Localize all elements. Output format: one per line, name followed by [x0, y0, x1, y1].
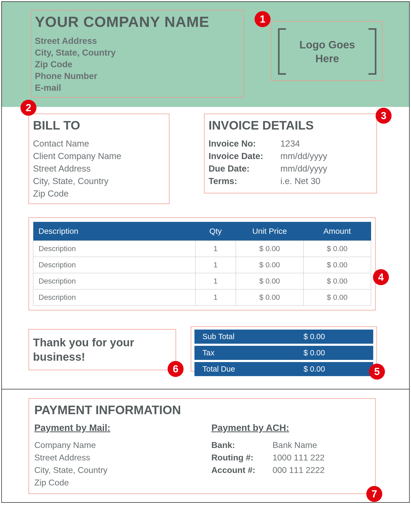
- thank-you-text: Thank you for your business!: [33, 335, 172, 364]
- pay-row: Routing #:1000 111 222: [211, 451, 370, 464]
- detail-row: Invoice Date:mm/dd/yyyy: [209, 150, 372, 162]
- bill-to-street: Street Address: [33, 162, 165, 175]
- table-row: Description1$ 0.00$ 0.00: [33, 257, 371, 273]
- pay-row: Bank:Bank Name: [211, 439, 370, 451]
- left-bracket-icon: [278, 28, 286, 75]
- detail-row: Terms:i.e. Net 30: [209, 175, 372, 187]
- line-items-block: Description Qty Unit Price Amount Descri…: [28, 217, 376, 310]
- tax-row: Tax$ 0.00: [194, 346, 373, 360]
- table-row: Description1$ 0.00$ 0.00: [33, 289, 371, 306]
- company-name: YOUR COMPANY NAME: [35, 13, 238, 30]
- bill-to-city: City, State, Country: [33, 175, 165, 187]
- totals-block: Sub Total$ 0.00 Tax$ 0.00 Total Due$ 0.0…: [191, 326, 377, 372]
- payment-mail-city: City, State, Country: [34, 464, 193, 476]
- bill-to-client: Client Company Name: [33, 150, 165, 162]
- table-row: Description1$ 0.00$ 0.00: [33, 241, 371, 257]
- payment-ach-title: Payment by ACH:: [211, 422, 370, 433]
- invoice-details-block: INVOICE DETAILS Invoice No:1234 Invoice …: [204, 114, 377, 193]
- bill-to-zip: Zip Code: [33, 187, 165, 200]
- bill-to-title: BILL TO: [33, 118, 165, 132]
- annotation-badge-2: 2: [20, 100, 36, 116]
- logo-placeholder-block: Logo Goes Here: [271, 21, 383, 81]
- payment-mail-company: Company Name: [34, 439, 193, 451]
- header-banner: YOUR COMPANY NAME Street Address City, S…: [2, 2, 409, 107]
- payment-mail-street: Street Address: [34, 451, 193, 464]
- line-items-table: Description Qty Unit Price Amount Descri…: [33, 222, 371, 306]
- annotation-badge-1: 1: [255, 11, 271, 27]
- table-row: Description1$ 0.00$ 0.00: [33, 273, 371, 289]
- company-street: Street Address: [35, 35, 238, 47]
- col-amount: Amount: [303, 222, 371, 241]
- logo-text: Logo Goes Here: [300, 38, 355, 65]
- annotation-badge-4: 4: [373, 269, 389, 285]
- bill-to-contact: Contact Name: [33, 137, 165, 150]
- col-qty: Qty: [195, 222, 236, 241]
- detail-row: Invoice No:1234: [209, 137, 372, 150]
- company-email: E-mail: [35, 82, 238, 94]
- annotation-badge-5: 5: [369, 364, 385, 380]
- total-due-row: Total Due$ 0.00: [194, 362, 373, 376]
- invoice-details-title: INVOICE DETAILS: [209, 118, 372, 132]
- payment-mail-zip: Zip Code: [34, 476, 193, 489]
- payment-info-title: PAYMENT INFORMATION: [34, 403, 370, 417]
- payment-by-ach-col: Payment by ACH: Bank:Bank Name Routing #…: [211, 422, 370, 489]
- invoice-page: YOUR COMPANY NAME Street Address City, S…: [1, 1, 410, 503]
- company-zip: Zip Code: [35, 59, 238, 70]
- subtotal-row: Sub Total$ 0.00: [194, 330, 373, 344]
- pay-row: Account #:000 111 2222: [211, 464, 370, 476]
- annotation-badge-3: 3: [376, 108, 392, 124]
- right-bracket-icon: [368, 28, 376, 75]
- logo-bracket: Logo Goes Here: [278, 28, 376, 75]
- detail-row: Due Date:mm/dd/yyyy: [209, 162, 372, 175]
- horizontal-divider: [2, 389, 409, 389]
- col-unit-price: Unit Price: [236, 222, 303, 241]
- company-phone: Phone Number: [35, 70, 238, 82]
- payment-by-mail-col: Payment by Mail: Company Name Street Add…: [34, 422, 193, 489]
- bill-to-block: BILL TO Contact Name Client Company Name…: [28, 114, 169, 204]
- payment-mail-title: Payment by Mail:: [34, 422, 193, 433]
- payment-info-block: PAYMENT INFORMATION Payment by Mail: Com…: [28, 398, 376, 494]
- annotation-badge-6: 6: [168, 361, 184, 377]
- annotation-badge-7: 7: [366, 486, 382, 502]
- col-description: Description: [33, 222, 196, 241]
- thank-you-block: Thank you for your business!: [28, 329, 176, 370]
- company-city: City, State, Country: [35, 47, 238, 59]
- company-info-block: YOUR COMPANY NAME Street Address City, S…: [31, 10, 244, 98]
